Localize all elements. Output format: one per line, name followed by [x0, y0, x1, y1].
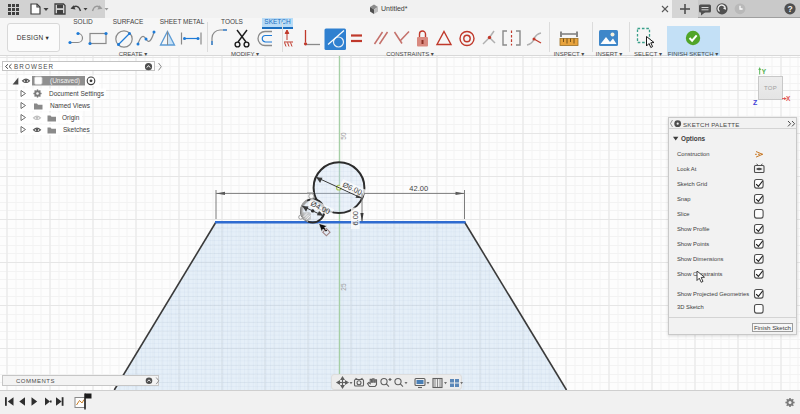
svg-text:50: 50 — [340, 132, 347, 140]
svg-text:Y: Y — [762, 68, 767, 75]
svg-text:6.00: 6.00 — [351, 211, 360, 226]
svg-text:?: ? — [787, 4, 792, 14]
svg-text:42.00: 42.00 — [409, 184, 428, 193]
svg-text:Z: Z — [753, 99, 758, 106]
svg-text:(Unsaved): (Unsaved) — [50, 77, 80, 85]
svg-text:25: 25 — [340, 283, 347, 291]
